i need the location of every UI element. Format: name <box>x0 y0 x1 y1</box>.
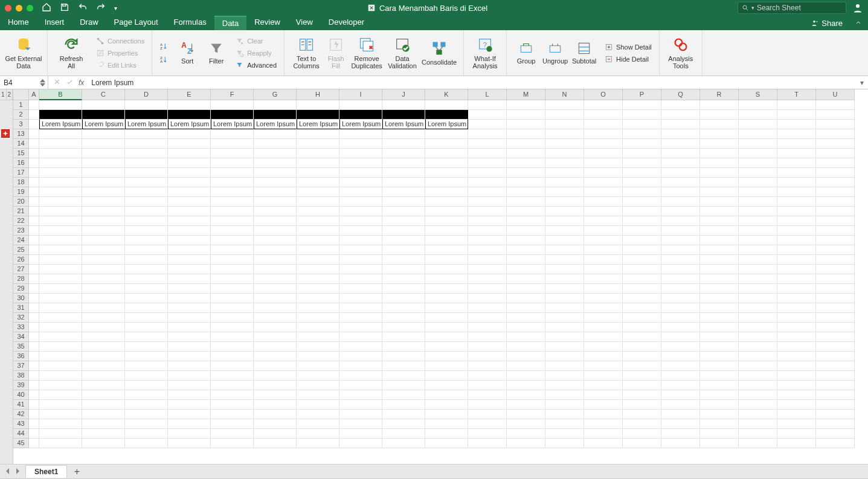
cell-D42[interactable] <box>125 410 168 419</box>
cell-D28[interactable] <box>125 274 168 284</box>
cell-G16[interactable] <box>254 158 297 168</box>
cell-J37[interactable] <box>382 361 425 371</box>
cell-F25[interactable] <box>211 245 254 255</box>
cell-M13[interactable] <box>507 129 545 139</box>
refresh-all-button[interactable]: Refresh All <box>53 36 90 69</box>
cell-N19[interactable] <box>545 187 584 197</box>
cell-B44[interactable] <box>39 429 82 439</box>
cell-P41[interactable] <box>623 400 661 410</box>
cell-L14[interactable] <box>468 139 507 149</box>
cell-U36[interactable] <box>816 352 855 361</box>
redo-icon[interactable] <box>96 2 106 14</box>
cell-A25[interactable] <box>29 245 39 255</box>
cell-E25[interactable] <box>168 245 211 255</box>
cell-C25[interactable] <box>82 245 125 255</box>
cell-O16[interactable] <box>584 158 623 168</box>
cell-U26[interactable] <box>816 255 855 265</box>
cell-J44[interactable] <box>382 429 425 439</box>
cell-B35[interactable] <box>39 342 82 352</box>
cell-C42[interactable] <box>82 410 125 419</box>
cell-S24[interactable] <box>739 236 777 245</box>
cell-M29[interactable] <box>507 284 545 294</box>
cell-E36[interactable] <box>168 352 211 361</box>
cell-A24[interactable] <box>29 236 39 245</box>
cell-F26[interactable] <box>211 255 254 265</box>
cell-F45[interactable] <box>211 439 254 448</box>
cell-G24[interactable] <box>254 236 297 245</box>
cell-A36[interactable] <box>29 352 39 361</box>
cell-O29[interactable] <box>584 284 623 294</box>
column-header-M[interactable]: M <box>507 89 545 100</box>
cell-Q45[interactable] <box>661 439 700 448</box>
cell-N29[interactable] <box>545 284 584 294</box>
home-icon[interactable] <box>42 2 51 14</box>
column-header-T[interactable]: T <box>777 89 816 100</box>
cell-L25[interactable] <box>468 245 507 255</box>
cell-R20[interactable] <box>700 197 739 207</box>
cell-J26[interactable] <box>382 255 425 265</box>
row-header-25[interactable]: 25 <box>13 245 29 255</box>
cell-K2[interactable] <box>425 110 468 120</box>
cell-B25[interactable] <box>39 245 82 255</box>
cell-K13[interactable] <box>425 129 468 139</box>
cell-Q2[interactable] <box>661 110 700 120</box>
connections-button[interactable]: Connections <box>94 36 147 47</box>
cell-N16[interactable] <box>545 158 584 168</box>
cell-L26[interactable] <box>468 255 507 265</box>
cell-I34[interactable] <box>339 332 382 342</box>
cell-E42[interactable] <box>168 410 211 419</box>
cell-J38[interactable] <box>382 371 425 381</box>
cell-K1[interactable] <box>425 100 468 110</box>
cell-S42[interactable] <box>739 410 777 419</box>
cell-C16[interactable] <box>82 158 125 168</box>
name-box[interactable]: B4 <box>0 76 48 89</box>
cell-A44[interactable] <box>29 429 39 439</box>
cell-A35[interactable] <box>29 342 39 352</box>
advanced-filter-button[interactable]: Advanced <box>233 60 279 71</box>
cell-P22[interactable] <box>623 216 661 226</box>
cell-F33[interactable] <box>211 323 254 332</box>
cell-H23[interactable] <box>297 226 339 236</box>
cell-E1[interactable] <box>168 100 211 110</box>
cell-G35[interactable] <box>254 342 297 352</box>
cell-N30[interactable] <box>545 294 584 303</box>
cell-B28[interactable] <box>39 274 82 284</box>
cell-B15[interactable] <box>39 149 82 158</box>
cell-Q21[interactable] <box>661 207 700 216</box>
cell-I28[interactable] <box>339 274 382 284</box>
cell-I35[interactable] <box>339 342 382 352</box>
cell-Q33[interactable] <box>661 323 700 332</box>
cell-C24[interactable] <box>82 236 125 245</box>
cell-M34[interactable] <box>507 332 545 342</box>
cell-C45[interactable] <box>82 439 125 448</box>
cell-U43[interactable] <box>816 419 855 429</box>
cell-O17[interactable] <box>584 168 623 178</box>
cell-B42[interactable] <box>39 410 82 419</box>
cell-C14[interactable] <box>82 139 125 149</box>
cell-Q13[interactable] <box>661 129 700 139</box>
cell-N26[interactable] <box>545 255 584 265</box>
outline-expand-button[interactable] <box>1 129 10 138</box>
cell-S23[interactable] <box>739 226 777 236</box>
cell-F2[interactable] <box>211 110 254 120</box>
what-if-analysis-button[interactable]: ? What-If Analysis <box>469 36 501 69</box>
cell-R3[interactable] <box>700 120 739 129</box>
cell-B21[interactable] <box>39 207 82 216</box>
cell-S33[interactable] <box>739 323 777 332</box>
cell-C30[interactable] <box>82 294 125 303</box>
cell-D23[interactable] <box>125 226 168 236</box>
tab-view[interactable]: View <box>288 16 321 30</box>
cell-N20[interactable] <box>545 197 584 207</box>
cell-N3[interactable] <box>545 120 584 129</box>
cell-C32[interactable] <box>82 313 125 323</box>
save-icon[interactable] <box>60 2 69 14</box>
cell-C1[interactable] <box>82 100 125 110</box>
cell-T44[interactable] <box>777 429 816 439</box>
cell-C38[interactable] <box>82 371 125 381</box>
cell-G19[interactable] <box>254 187 297 197</box>
cell-K14[interactable] <box>425 139 468 149</box>
cell-D36[interactable] <box>125 352 168 361</box>
cell-O14[interactable] <box>584 139 623 149</box>
cell-R22[interactable] <box>700 216 739 226</box>
cell-I1[interactable] <box>339 100 382 110</box>
